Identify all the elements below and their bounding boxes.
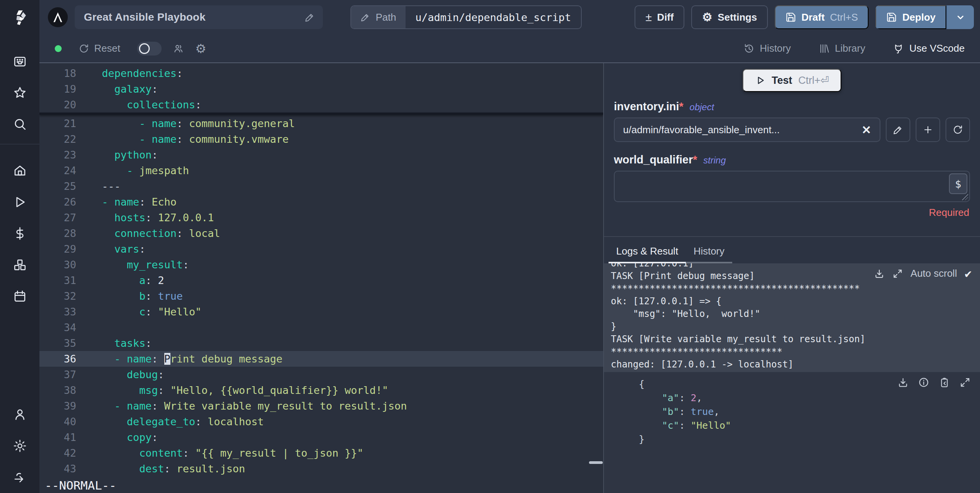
- content-area: 18dependencies:19 galaxy:20 collections:…: [39, 62, 980, 493]
- search-icon[interactable]: [0, 109, 39, 140]
- diff-label: Diff: [657, 11, 674, 23]
- sidebar-divider: [0, 144, 39, 144]
- test-shortcut: Ctrl+⏎: [798, 74, 829, 87]
- clear-inventory-icon[interactable]: ✕: [862, 123, 871, 137]
- script-title: Great Ansible Playbook: [84, 11, 304, 23]
- runs-play-icon[interactable]: [0, 186, 39, 218]
- users-icon: [173, 43, 184, 54]
- download-logs-icon[interactable]: [874, 268, 885, 279]
- toggle-knob: [139, 43, 150, 54]
- logs-panel[interactable]: ok: [127.0.0.1] TASK [Print debug messag…: [604, 263, 980, 372]
- world-qualifier-input[interactable]: $: [614, 171, 970, 202]
- tab-history[interactable]: History: [686, 242, 732, 263]
- copy-clipboard-icon[interactable]: [939, 377, 950, 388]
- account-user-icon[interactable]: [0, 399, 39, 430]
- settings-label: Settings: [718, 11, 757, 23]
- refresh-resource-button[interactable]: [946, 118, 970, 142]
- add-resource-button[interactable]: [916, 118, 940, 142]
- history-label: History: [760, 42, 791, 54]
- mode-toggle[interactable]: [137, 42, 162, 56]
- inventory-label: inventory.ini: [614, 100, 679, 113]
- test-label: Test: [772, 75, 792, 87]
- required-asterisk: *: [693, 153, 697, 166]
- logout-icon[interactable]: [0, 462, 39, 493]
- refresh-icon: [952, 124, 963, 135]
- save-icon: [886, 12, 897, 23]
- use-vscode-label: Use VScode: [909, 42, 965, 54]
- insert-variable-button[interactable]: $: [949, 173, 967, 194]
- inventory-type: object: [690, 102, 714, 113]
- expand-logs-icon[interactable]: [892, 268, 903, 279]
- diff-button[interactable]: ± Diff: [635, 5, 684, 29]
- plus-icon: [923, 124, 933, 135]
- gear-icon: ⚙: [195, 42, 206, 55]
- test-button[interactable]: Test Ctrl+⏎: [743, 69, 841, 92]
- draft-label: Draft: [802, 11, 825, 23]
- vim-mode-indicator: --NORMAL--: [45, 478, 116, 492]
- library-button[interactable]: Library: [818, 42, 865, 54]
- status-dot: [55, 45, 62, 52]
- download-result-icon[interactable]: [897, 377, 909, 388]
- save-icon: [785, 12, 796, 23]
- library-label: Library: [835, 42, 865, 54]
- deploy-label: Deploy: [902, 11, 936, 23]
- world-qualifier-field-label: world_qualifier* string: [614, 153, 980, 166]
- home-icon[interactable]: [0, 155, 39, 186]
- use-vscode-button[interactable]: Use VScode: [893, 42, 965, 54]
- variables-dollar-icon[interactable]: [0, 218, 39, 249]
- world-qualifier-label: world_qualifier: [614, 153, 693, 166]
- sidebar-nav-bottom: [0, 399, 39, 493]
- edit-resource-button[interactable]: [886, 118, 910, 142]
- deploy-button[interactable]: Deploy: [875, 5, 946, 29]
- auto-scroll-label: Auto scroll: [911, 267, 957, 280]
- required-error: Required: [604, 207, 969, 219]
- deploy-dropdown-button[interactable]: [946, 5, 974, 29]
- editor-toolbar: Reset ⚙ History Library Use VScode: [39, 34, 980, 62]
- pencil-icon: [893, 124, 903, 135]
- edit-title-pencil-icon[interactable]: [304, 12, 315, 23]
- splitter-drag-handle[interactable]: [589, 461, 603, 464]
- schedules-calendar-icon[interactable]: [0, 281, 39, 312]
- deploy-button-group: Deploy: [875, 5, 974, 29]
- inventory-resource-input[interactable]: u/admin/favorable_ansible_invent... ✕: [614, 118, 880, 142]
- app-window: Great Ansible Playbook Path u/admin/depe…: [0, 0, 980, 493]
- favorites-star-icon[interactable]: [0, 77, 39, 109]
- result-controls: [897, 377, 971, 388]
- play-icon: [755, 75, 766, 86]
- library-icon: [818, 43, 830, 54]
- script-title-input[interactable]: Great Ansible Playbook: [75, 5, 323, 29]
- sticky-scroll-lines: 18dependencies:19 galaxy:20 collections:: [39, 63, 603, 113]
- auto-scroll-checkbox[interactable]: ✔: [965, 267, 972, 280]
- settings-button[interactable]: ⚙ Settings: [691, 5, 767, 29]
- reset-button[interactable]: Reset: [79, 42, 120, 54]
- path-button[interactable]: Path u/admin/dependable_script: [350, 5, 582, 29]
- editor-settings-button[interactable]: ⚙: [195, 42, 206, 55]
- gear-icon: ⚙: [702, 11, 712, 23]
- world-qualifier-type: string: [704, 155, 726, 166]
- settings-gear-icon[interactable]: [0, 430, 39, 462]
- sticky-scroll-shadow: [39, 113, 603, 115]
- logs-controls: Auto scroll ✔: [870, 267, 972, 280]
- resources-cubes-icon[interactable]: [0, 249, 39, 281]
- apps-icon[interactable]: [0, 46, 39, 77]
- ansible-logo: [48, 7, 68, 27]
- expand-result-icon[interactable]: [959, 377, 971, 388]
- tab-logs-result[interactable]: Logs & Result: [609, 242, 686, 263]
- code-editor[interactable]: 18dependencies:19 galaxy:20 collections:…: [39, 63, 603, 493]
- result-panel[interactable]: { "a": 2, "b": true, "c": "Hello"}: [604, 372, 980, 493]
- plus-minus-icon: ±: [645, 11, 651, 23]
- top-bar: Great Ansible Playbook Path u/admin/depe…: [39, 0, 980, 34]
- path-label-segment: Path: [351, 6, 406, 28]
- path-value: u/admin/dependable_script: [406, 6, 581, 28]
- history-button[interactable]: History: [743, 42, 791, 54]
- inventory-field-label: inventory.ini* object: [614, 100, 980, 113]
- sidebar-nav-top: [0, 46, 39, 140]
- vscode-icon: [893, 43, 904, 54]
- panel-divider: [604, 236, 980, 237]
- draft-button[interactable]: Draft Ctrl+S: [775, 5, 869, 29]
- collaborators-button[interactable]: [173, 43, 184, 54]
- windmill-logo[interactable]: [9, 7, 31, 28]
- resize-grip[interactable]: [962, 194, 968, 200]
- info-icon[interactable]: [918, 377, 929, 388]
- inventory-value: u/admin/favorable_ansible_invent...: [623, 124, 862, 136]
